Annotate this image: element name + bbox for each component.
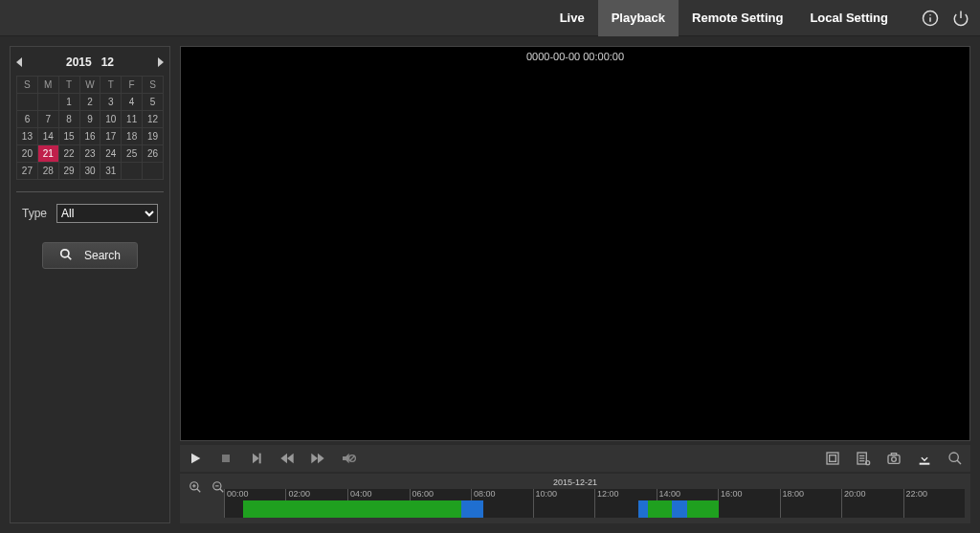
calendar-day[interactable]: 26 <box>143 145 164 163</box>
search-button[interactable]: Search <box>42 242 138 269</box>
svg-marker-12 <box>311 454 318 464</box>
search-label: Search <box>84 249 121 262</box>
calendar-day[interactable]: 7 <box>37 111 58 128</box>
calendar-day <box>143 163 164 180</box>
calendar-day[interactable]: 21 <box>37 145 58 163</box>
calendar-day[interactable]: 9 <box>79 111 100 128</box>
svg-rect-7 <box>222 455 230 462</box>
calendar-day[interactable]: 15 <box>58 128 79 145</box>
nav-remote-setting[interactable]: Remote Setting <box>679 0 796 36</box>
calendar-day[interactable]: 8 <box>58 111 79 128</box>
calendar-day[interactable]: 18 <box>122 128 143 145</box>
timeline-segment[interactable] <box>672 500 686 518</box>
svg-rect-18 <box>830 455 836 462</box>
calendar-weekday: S <box>17 77 38 94</box>
calendar-day[interactable]: 14 <box>37 128 58 145</box>
calendar-day[interactable]: 17 <box>100 128 122 145</box>
info-icon[interactable] <box>921 9 940 28</box>
timeline-tick: 22:00 <box>903 489 928 518</box>
type-label: Type <box>22 207 47 220</box>
main-area: 2015 12 SMTWTFS 123456789101112131415161… <box>0 36 980 533</box>
timeline-segment[interactable] <box>243 500 461 518</box>
timeline-segment[interactable] <box>638 500 647 518</box>
fullscreen-icon[interactable] <box>823 449 842 468</box>
calendar-day[interactable]: 1 <box>58 94 79 111</box>
timeline-tick: 10:00 <box>533 489 558 518</box>
svg-point-2 <box>929 13 931 15</box>
calendar-header: 2015 12 <box>16 53 164 72</box>
calendar-day[interactable]: 28 <box>37 163 58 180</box>
calendar-day[interactable]: 4 <box>122 94 143 111</box>
calendar-day[interactable]: 30 <box>79 163 100 180</box>
calendar-day[interactable]: 25 <box>122 145 143 163</box>
search-icon <box>59 248 73 264</box>
download-icon[interactable] <box>915 449 934 468</box>
calendar-day <box>17 94 38 111</box>
calendar-day[interactable]: 2 <box>79 94 100 111</box>
step-icon[interactable] <box>247 449 266 468</box>
timeline-segment[interactable] <box>461 500 483 518</box>
calendar-day <box>122 163 143 180</box>
calendar-day[interactable]: 13 <box>17 128 38 145</box>
calendar-day <box>37 94 58 111</box>
snapshot-icon[interactable] <box>884 449 903 468</box>
svg-line-35 <box>220 489 224 493</box>
calendar-day[interactable]: 23 <box>79 145 100 163</box>
calendar-day[interactable]: 22 <box>58 145 79 163</box>
mute-icon[interactable] <box>339 449 358 468</box>
svg-line-29 <box>957 460 961 464</box>
calendar-day[interactable]: 31 <box>100 163 122 180</box>
calendar-day[interactable]: 27 <box>17 163 38 180</box>
divider <box>16 191 164 192</box>
timeline-tick: 12:00 <box>594 489 619 518</box>
stop-icon[interactable] <box>216 449 235 468</box>
timeline-area: 2015-12-21 00:0002:0004:0006:0008:0010:0… <box>180 474 970 523</box>
calendar-weekday: S <box>143 77 164 94</box>
calendar-day[interactable]: 10 <box>100 111 122 128</box>
timeline-ruler[interactable]: 00:0002:0004:0006:0008:0010:0012:0014:00… <box>224 489 965 518</box>
svg-rect-27 <box>920 463 930 465</box>
calendar: SMTWTFS 12345678910111213141516171819202… <box>16 76 164 180</box>
calendar-weekday: F <box>122 77 143 94</box>
timeline-date: 2015-12-21 <box>186 477 965 487</box>
calendar-prev-icon[interactable] <box>16 57 22 67</box>
svg-line-31 <box>197 489 201 493</box>
fastforward-icon[interactable] <box>308 449 327 468</box>
calendar-weekday: T <box>100 77 122 94</box>
timeline-segment[interactable] <box>687 500 719 518</box>
calendar-day[interactable]: 3 <box>100 94 122 111</box>
calendar-weekday: W <box>79 77 100 94</box>
topbar: Live Playback Remote Setting Local Setti… <box>0 0 980 36</box>
calendar-month: 12 <box>101 56 114 69</box>
search-playback-icon[interactable] <box>946 449 965 468</box>
calendar-day[interactable]: 16 <box>79 128 100 145</box>
svg-point-4 <box>61 249 69 256</box>
rewind-icon[interactable] <box>278 449 297 468</box>
svg-rect-26 <box>891 454 896 455</box>
timeline-tick: 20:00 <box>841 489 866 518</box>
zoom-in-icon[interactable] <box>186 477 205 497</box>
power-icon[interactable] <box>951 9 970 28</box>
nav-live[interactable]: Live <box>546 0 598 36</box>
calendar-day[interactable]: 29 <box>58 163 79 180</box>
calendar-day[interactable]: 24 <box>100 145 122 163</box>
play-icon[interactable] <box>186 449 205 468</box>
calendar-weekday: M <box>37 77 58 94</box>
calendar-day[interactable]: 12 <box>143 111 164 128</box>
nav-playback[interactable]: Playback <box>598 0 679 36</box>
record-list-icon[interactable] <box>854 449 873 468</box>
calendar-day[interactable]: 19 <box>143 128 164 145</box>
calendar-weekday: T <box>58 77 79 94</box>
svg-line-5 <box>68 255 72 259</box>
timeline-tick: 16:00 <box>718 489 743 518</box>
svg-marker-10 <box>280 454 287 464</box>
nav-local-setting[interactable]: Local Setting <box>796 0 902 36</box>
timeline-segment[interactable] <box>648 500 673 518</box>
calendar-day[interactable]: 11 <box>122 111 143 128</box>
calendar-day[interactable]: 20 <box>17 145 38 163</box>
calendar-day[interactable]: 6 <box>17 111 38 128</box>
type-select[interactable]: All <box>56 204 158 223</box>
calendar-next-icon[interactable] <box>158 57 164 67</box>
calendar-day[interactable]: 5 <box>143 94 164 111</box>
video-area[interactable]: 0000-00-00 00:00:00 <box>180 46 970 441</box>
